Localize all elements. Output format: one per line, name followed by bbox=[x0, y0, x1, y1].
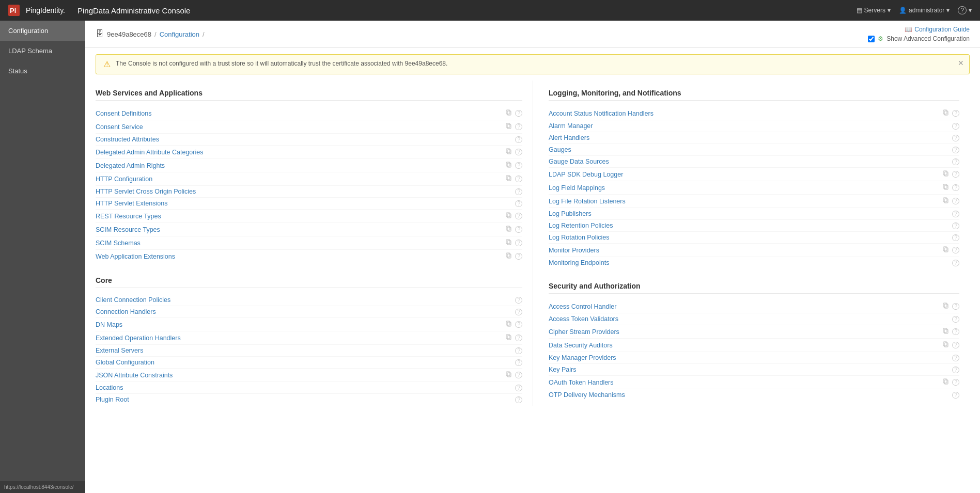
help-circle-icon[interactable]: ? bbox=[515, 253, 522, 260]
copy-icon[interactable] bbox=[505, 174, 513, 183]
list-item-link[interactable]: External Servers bbox=[96, 347, 515, 354]
copy-icon[interactable] bbox=[942, 197, 950, 205]
show-advanced-checkbox[interactable] bbox=[868, 36, 875, 42]
list-item-link[interactable]: Consent Service bbox=[96, 123, 505, 131]
help-circle-icon[interactable]: ? bbox=[515, 240, 522, 246]
list-item-link[interactable]: Delegated Admin Attribute Categories bbox=[96, 149, 505, 156]
list-item-link[interactable]: OAuth Token Handlers bbox=[549, 379, 942, 386]
help-circle-icon[interactable]: ? bbox=[952, 211, 959, 217]
list-item-link[interactable]: Monitoring Endpoints bbox=[549, 259, 952, 266]
list-item-link[interactable]: Constructed Attributes bbox=[96, 136, 515, 143]
list-item-link[interactable]: Extended Operation Handlers bbox=[96, 335, 505, 342]
list-item-link[interactable]: HTTP Servlet Extensions bbox=[96, 200, 515, 207]
help-circle-icon[interactable]: ? bbox=[952, 392, 959, 399]
copy-icon[interactable] bbox=[942, 183, 950, 192]
help-circle-icon[interactable]: ? bbox=[515, 359, 522, 366]
help-circle-icon[interactable]: ? bbox=[515, 136, 522, 143]
list-item-link[interactable]: REST Resource Types bbox=[96, 213, 505, 220]
help-circle-icon[interactable]: ? bbox=[515, 123, 522, 130]
help-circle-icon[interactable]: ? bbox=[515, 226, 522, 233]
help-circle-icon[interactable]: ? bbox=[515, 162, 522, 169]
help-circle-icon[interactable]: ? bbox=[952, 158, 959, 165]
help-circle-icon[interactable]: ? bbox=[952, 222, 959, 229]
list-item-link[interactable]: SCIM Schemas bbox=[96, 240, 505, 247]
help-circle-icon[interactable]: ? bbox=[952, 147, 959, 153]
list-item-link[interactable]: OTP Delivery Mechanisms bbox=[549, 391, 952, 399]
copy-icon[interactable] bbox=[505, 161, 513, 170]
list-item-link[interactable]: HTTP Configuration bbox=[96, 176, 505, 183]
help-circle-icon[interactable]: ? bbox=[952, 355, 959, 361]
servers-menu[interactable]: ▤ Servers ▾ bbox=[857, 7, 891, 14]
copy-icon[interactable] bbox=[505, 212, 513, 220]
help-circle-icon[interactable]: ? bbox=[515, 396, 522, 403]
help-circle-icon[interactable]: ? bbox=[952, 379, 959, 386]
help-circle-icon[interactable]: ? bbox=[515, 309, 522, 315]
copy-icon[interactable] bbox=[505, 320, 513, 329]
help-circle-icon[interactable]: ? bbox=[952, 342, 959, 348]
copy-icon[interactable] bbox=[942, 246, 950, 255]
alert-close-button[interactable]: ✕ bbox=[958, 59, 964, 67]
help-circle-icon[interactable]: ? bbox=[515, 149, 522, 155]
list-item-link[interactable]: Monitor Providers bbox=[549, 247, 942, 254]
list-item-link[interactable]: SCIM Resource Types bbox=[96, 226, 505, 233]
list-item-link[interactable]: Delegated Admin Rights bbox=[96, 162, 505, 169]
copy-icon[interactable] bbox=[942, 109, 950, 118]
list-item-link[interactable]: Account Status Notification Handlers bbox=[549, 110, 942, 117]
breadcrumb-configuration-link[interactable]: Configuration bbox=[160, 30, 199, 38]
list-item-link[interactable]: Access Token Validators bbox=[549, 315, 952, 323]
list-item-link[interactable]: JSON Attribute Constraints bbox=[96, 372, 505, 379]
help-circle-icon[interactable]: ? bbox=[515, 347, 522, 354]
copy-icon[interactable] bbox=[942, 378, 950, 387]
list-item-link[interactable]: Global Configuration bbox=[96, 359, 515, 366]
list-item-link[interactable]: Log Rotation Policies bbox=[549, 234, 952, 241]
copy-icon[interactable] bbox=[505, 371, 513, 379]
list-item-link[interactable]: DN Maps bbox=[96, 321, 505, 328]
copy-icon[interactable] bbox=[942, 170, 950, 179]
help-circle-icon[interactable]: ? bbox=[952, 184, 959, 191]
list-item-link[interactable]: Consent Definitions bbox=[96, 110, 505, 117]
help-circle-icon[interactable]: ? bbox=[515, 385, 522, 391]
config-guide-link[interactable]: 📖 Configuration Guide bbox=[905, 26, 970, 33]
help-circle-icon[interactable]: ? bbox=[952, 367, 959, 373]
copy-icon[interactable] bbox=[505, 225, 513, 234]
help-circle-icon[interactable]: ? bbox=[952, 123, 959, 130]
list-item-link[interactable]: Key Manager Providers bbox=[549, 354, 952, 361]
list-item-link[interactable]: Connection Handlers bbox=[96, 308, 515, 315]
copy-icon[interactable] bbox=[505, 238, 513, 247]
help-menu[interactable]: ? ▾ bbox=[958, 6, 972, 14]
help-circle-icon[interactable]: ? bbox=[952, 260, 959, 266]
help-circle-icon[interactable]: ? bbox=[515, 110, 522, 117]
list-item-link[interactable]: Access Control Handler bbox=[549, 303, 942, 310]
help-circle-icon[interactable]: ? bbox=[952, 171, 959, 178]
sidebar-item-ldap-schema[interactable]: LDAP Schema bbox=[0, 41, 85, 61]
copy-icon[interactable] bbox=[505, 148, 513, 156]
list-item-link[interactable]: Client Connection Policies bbox=[96, 296, 515, 304]
help-circle-icon[interactable]: ? bbox=[952, 303, 959, 310]
list-item-link[interactable]: Log File Rotation Listeners bbox=[549, 198, 942, 205]
help-circle-icon[interactable]: ? bbox=[515, 321, 522, 328]
list-item-link[interactable]: Cipher Stream Providers bbox=[549, 328, 942, 336]
list-item-link[interactable]: Gauge Data Sources bbox=[549, 158, 952, 165]
list-item-link[interactable]: LDAP SDK Debug Logger bbox=[549, 171, 942, 178]
list-item-link[interactable]: Key Pairs bbox=[549, 366, 952, 373]
list-item-link[interactable]: Data Security Auditors bbox=[549, 342, 942, 349]
copy-icon[interactable] bbox=[505, 252, 513, 261]
help-circle-icon[interactable]: ? bbox=[515, 200, 522, 207]
list-item-link[interactable]: HTTP Servlet Cross Origin Policies bbox=[96, 188, 515, 195]
copy-icon[interactable] bbox=[505, 109, 513, 118]
help-circle-icon[interactable]: ? bbox=[515, 297, 522, 304]
sidebar-item-configuration[interactable]: Configuration bbox=[0, 21, 85, 41]
help-circle-icon[interactable]: ? bbox=[952, 328, 959, 335]
help-circle-icon[interactable]: ? bbox=[952, 316, 959, 323]
list-item-link[interactable]: Web Application Extensions bbox=[96, 253, 505, 260]
list-item-link[interactable]: Log Retention Policies bbox=[549, 222, 952, 229]
copy-icon[interactable] bbox=[942, 327, 950, 336]
list-item-link[interactable]: Plugin Root bbox=[96, 396, 515, 403]
list-item-link[interactable]: Log Field Mappings bbox=[549, 184, 942, 192]
help-circle-icon[interactable]: ? bbox=[515, 372, 522, 378]
list-item-link[interactable]: Alert Handlers bbox=[549, 134, 952, 141]
help-circle-icon[interactable]: ? bbox=[952, 247, 959, 253]
copy-icon[interactable] bbox=[942, 302, 950, 311]
copy-icon[interactable] bbox=[505, 333, 513, 342]
help-circle-icon[interactable]: ? bbox=[515, 213, 522, 219]
